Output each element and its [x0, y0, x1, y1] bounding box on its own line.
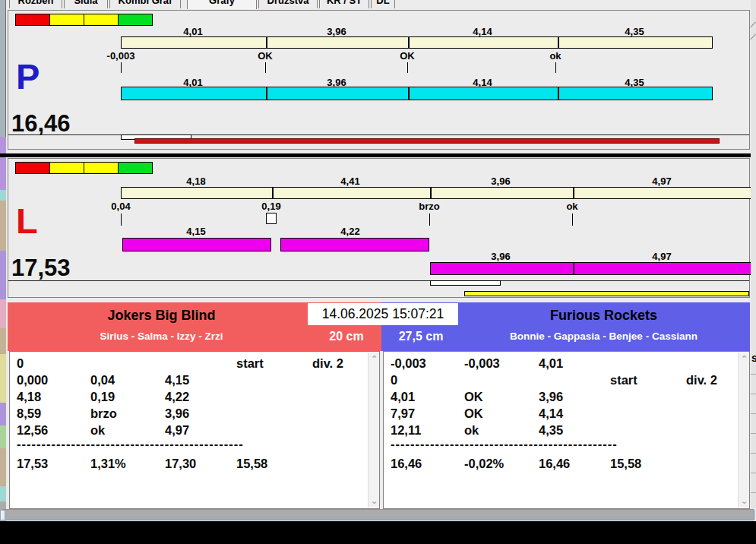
edge-line [751, 473, 756, 473]
table-row: 0 start div. 2 [384, 373, 749, 390]
cell: -0,003 [391, 356, 426, 371]
mark-tickline [265, 62, 266, 73]
tab-rozbeh[interactable]: Rozbeh [9, 0, 62, 8]
cell: ok [464, 423, 479, 438]
light-yellow1 [49, 162, 84, 174]
cell: 4,14 [539, 406, 563, 421]
scroll-up-icon[interactable]: ⌃ [369, 354, 380, 364]
cell: 0,04 [90, 373, 115, 387]
scroll-up-icon[interactable]: ⌃ [739, 354, 750, 364]
cell: 4,35 [539, 423, 563, 438]
cell: 3,96 [539, 390, 563, 404]
l-split-bar-3 [430, 262, 751, 275]
cell: div. 2 [686, 373, 717, 387]
datetime-display: 14.06.2025 15:07:21 [308, 303, 458, 325]
l-mark-label: brzo [393, 201, 466, 212]
bar-tick [558, 36, 559, 49]
cell: 4,22 [165, 390, 189, 404]
edge-strip-segment [0, 137, 6, 190]
edge-line [751, 492, 756, 493]
table-divider: ----------------------------------------… [391, 437, 618, 451]
edge-line [751, 433, 756, 434]
team-right-scrollbar[interactable]: ⌃ ⌄ [738, 353, 749, 508]
lane-panel-p: 4,01 3,96 4,14 4,35 -0,003 OK OK ok 4,01… [8, 10, 750, 150]
mark-tickline [429, 213, 430, 226]
light-green [118, 14, 153, 26]
table-summary-row: 17,53 1,31% 17,30 15,58 [10, 457, 379, 473]
lane-separator [0, 153, 756, 157]
cell: 0 [391, 373, 397, 387]
edge-strip-segment [0, 201, 6, 251]
p-progress-bar [134, 138, 720, 144]
cell: ok [90, 423, 105, 438]
tab-bar: Rozbeh Sidla Kombi Graf Grafy Družstva K… [8, 0, 750, 9]
cell: 12,11 [391, 423, 421, 438]
bar-tick [408, 36, 410, 49]
cell: 16,46 [539, 457, 570, 471]
tab-dl[interactable]: DL [371, 0, 395, 8]
scroll-down-icon[interactable]: ⌄ [369, 496, 380, 506]
cell: 3,96 [165, 406, 189, 421]
right-edge-sliver: s [751, 0, 756, 521]
light-yellow2 [84, 162, 119, 174]
l-run-label: 4,22 [314, 226, 387, 237]
team-left-table[interactable]: 0 start div. 2 0,000 0,04 4,15 4,18 0,19… [9, 351, 380, 509]
cell: 4,01 [391, 390, 415, 404]
cell: brzo [90, 406, 117, 421]
app-window: Rozbeh Sidla Kombi Graf Grafy Družstva K… [0, 0, 756, 544]
cell: 4,97 [165, 423, 189, 438]
l-lane-bar [121, 187, 751, 199]
table-row: 0 start div. 2 [10, 356, 379, 373]
l-mark-label: 0,04 [84, 201, 157, 212]
cell: 0 [17, 356, 24, 371]
l-split-label: 4,97 [625, 176, 698, 187]
start-lights [16, 14, 153, 26]
tab-druzstva[interactable]: Družstva [258, 0, 318, 8]
cell: 17,53 [17, 457, 48, 471]
lane-letter-p: P [16, 59, 40, 94]
cell: 15,58 [610, 457, 641, 471]
p-mark-label: -0,003 [84, 50, 157, 62]
p-lane-bar [121, 36, 713, 49]
table-row: -0,003 -0,003 4,01 [384, 356, 749, 373]
team-right-table[interactable]: -0,003 -0,003 4,01 0 start div. 2 4,01 O… [383, 351, 750, 509]
team-left-members: Sirius - Salma - Izzy - Zrzi [8, 331, 315, 342]
bar-tick [266, 36, 267, 49]
light-yellow2 [84, 14, 119, 26]
bottom-black-area [0, 521, 756, 544]
edge-strip-segment [0, 354, 6, 403]
mark-tickline [121, 62, 122, 73]
l-split-label: 4,18 [160, 176, 232, 187]
tab-grafy[interactable]: Grafy [187, 0, 257, 9]
team-left-scrollbar[interactable]: ⌃ ⌄ [368, 353, 379, 508]
edge-cutoff-text: s [751, 352, 756, 364]
scroll-down-icon[interactable]: ⌄ [739, 496, 750, 506]
edge-strip-segment [0, 299, 6, 328]
edge-line [751, 374, 756, 375]
cell: 4,15 [165, 373, 189, 387]
lane-panel-l: 4,18 4,41 3,96 4,97 0,04 0,19 brzo ok 4,… [8, 158, 750, 298]
cell: 8,59 [17, 406, 41, 421]
tab-kr-st[interactable]: KR / ST [319, 0, 369, 8]
cell: start [236, 356, 264, 371]
tab-kombi-graf[interactable]: Kombi Graf [109, 0, 181, 8]
p-split-label: 4,01 [157, 26, 229, 37]
lane-total-l: 17,53 [11, 256, 71, 280]
cell: OK [464, 390, 483, 404]
baseline [8, 134, 749, 135]
status-bar [2, 509, 754, 520]
l-split-bar-2 [280, 238, 429, 251]
lane-total-p: 16,46 [11, 112, 71, 135]
cell: 16,46 [391, 457, 422, 471]
cell: 7,97 [391, 406, 415, 421]
light-red [15, 14, 50, 26]
cell: OK [464, 406, 483, 421]
tab-sidla[interactable]: Sidla [64, 0, 108, 8]
cell: 4,01 [539, 356, 563, 371]
table-row: 4,18 0,19 4,22 [10, 390, 379, 406]
l-run-label: 4,15 [160, 226, 232, 237]
edge-strip-segment [0, 486, 6, 501]
p-mark-label: ok [519, 50, 592, 62]
light-yellow1 [49, 14, 84, 26]
l-progress-bar [464, 291, 749, 296]
